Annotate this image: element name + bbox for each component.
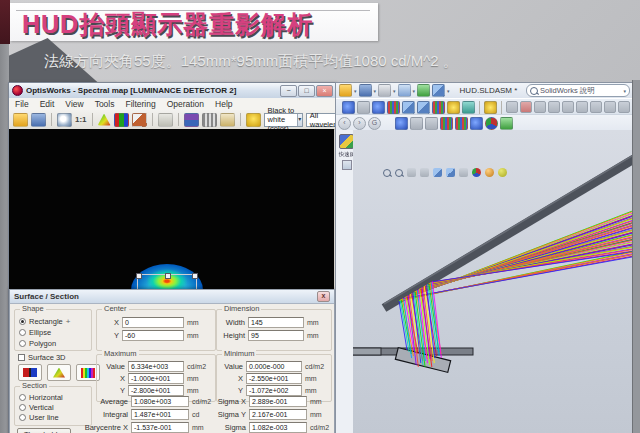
save-icon[interactable]	[31, 113, 46, 127]
assembly-features-icon[interactable]	[417, 101, 430, 114]
close-button[interactable]: ×	[316, 85, 333, 97]
luminance-map-viewport[interactable]	[9, 129, 334, 289]
detector-icon[interactable]	[470, 117, 483, 130]
measure-picker-icon[interactable]	[132, 113, 147, 127]
quick-keys-sub-icon[interactable]	[342, 160, 352, 170]
zoom-fit-icon[interactable]	[383, 169, 391, 177]
apply-scene-icon[interactable]	[485, 168, 494, 177]
false-color-button[interactable]	[18, 364, 42, 381]
shape-option-ellipse[interactable]: Ellipse	[19, 328, 88, 337]
shape-option-polygon[interactable]: Polygon	[19, 339, 88, 348]
print-icon[interactable]	[378, 84, 391, 97]
simulation-icon[interactable]	[440, 117, 453, 130]
insert-component-icon[interactable]	[342, 101, 355, 114]
minimize-button[interactable]: −	[280, 85, 297, 97]
previous-view-icon[interactable]	[407, 168, 416, 177]
view-orientation-icon[interactable]	[433, 168, 442, 177]
offset-icon[interactable]	[576, 101, 588, 113]
up-icon[interactable]: G	[368, 117, 381, 130]
relations-icon[interactable]	[534, 101, 546, 113]
selection-handle[interactable]	[165, 273, 171, 279]
section-view-icon[interactable]	[420, 168, 429, 177]
color-triangle-icon[interactable]	[98, 114, 111, 126]
open-icon[interactable]	[13, 113, 28, 127]
axis-icon[interactable]	[425, 117, 438, 130]
menu-help[interactable]: Help	[215, 99, 232, 109]
radio-icon[interactable]	[19, 329, 26, 336]
open-icon[interactable]	[339, 84, 352, 97]
linear-pattern-icon[interactable]	[604, 101, 616, 113]
trim-icon[interactable]	[548, 101, 560, 113]
save-icon[interactable]	[359, 84, 372, 97]
undo-icon[interactable]	[398, 84, 411, 97]
shape-option-rectangle[interactable]: Rectangle +	[19, 317, 88, 326]
help-icon[interactable]	[484, 101, 497, 114]
dialog-titlebar[interactable]: Surface / Section x	[10, 290, 334, 304]
mate-icon[interactable]	[372, 101, 385, 114]
sigma-y-field[interactable]: 2.167e-001	[249, 409, 307, 420]
checkbox-icon[interactable]	[18, 354, 25, 361]
dialog-close-button[interactable]: x	[317, 291, 330, 302]
smart-fasteners-icon[interactable]	[462, 101, 475, 114]
solidworks-3d-viewport[interactable]	[353, 130, 633, 433]
radio-icon[interactable]	[19, 340, 26, 347]
optis-menu-icon[interactable]	[455, 117, 468, 130]
min-y-field[interactable]: -1.072e+002	[246, 385, 302, 396]
bulb-icon[interactable]	[246, 113, 261, 127]
zoom-icon[interactable]	[57, 113, 72, 127]
average-field[interactable]: 1.080e+003	[131, 396, 189, 407]
mirror-icon[interactable]	[590, 101, 602, 113]
menu-filtering[interactable]: Filtering	[125, 99, 155, 109]
edit-component-icon[interactable]	[395, 117, 408, 130]
render-icon[interactable]	[485, 117, 498, 130]
colormap-select[interactable]: Black to white (color) ▾	[264, 113, 303, 127]
zoom-area-icon[interactable]	[395, 169, 403, 177]
edit-appearance-icon[interactable]	[472, 168, 481, 177]
integral-field[interactable]: 1.487e+001	[131, 409, 189, 420]
preview-icon[interactable]	[500, 117, 513, 130]
quick-keys-panel[interactable]: 快速鍵	[339, 134, 354, 170]
center-x-input[interactable]: 0	[122, 317, 184, 328]
move-shape-icon[interactable]: +	[66, 319, 71, 325]
max-x-field[interactable]: -1.000e+001	[128, 373, 184, 384]
interference-icon[interactable]	[432, 101, 445, 114]
quick-keys-icon[interactable]	[339, 134, 354, 149]
rebuild-icon[interactable]	[417, 84, 430, 97]
dimension-icon[interactable]	[520, 101, 532, 113]
menu-tools[interactable]: Tools	[95, 99, 115, 109]
min-x-field[interactable]: -2.550e+001	[246, 373, 302, 384]
hide-show-items-icon[interactable]	[459, 168, 468, 177]
center-y-input[interactable]: -60	[122, 330, 184, 341]
plane-icon[interactable]	[410, 117, 423, 130]
view-settings-icon[interactable]	[498, 168, 507, 177]
clipboard-icon[interactable]	[158, 113, 173, 127]
move-component-icon[interactable]	[357, 101, 370, 114]
radio-icon[interactable]	[19, 318, 26, 325]
layers-icon[interactable]	[184, 113, 199, 127]
display-delete-icon[interactable]	[618, 101, 630, 113]
options-icon[interactable]	[432, 84, 445, 97]
lightning-icon[interactable]	[447, 101, 460, 114]
width-input[interactable]: 145	[248, 317, 304, 328]
menu-operation[interactable]: Operation	[167, 99, 204, 109]
color-gamut-button[interactable]	[47, 364, 71, 381]
gamma-icon[interactable]	[220, 113, 235, 127]
optisworks-titlebar[interactable]: OptisWorks - Spectral map [LUMINANCE DET…	[9, 83, 336, 99]
pattern-icon[interactable]	[387, 101, 400, 114]
convert-icon[interactable]	[562, 101, 574, 113]
menu-file[interactable]: File	[15, 99, 29, 109]
max-value-field[interactable]: 6.334e+003	[128, 361, 184, 372]
exploded-view-icon[interactable]	[402, 101, 415, 114]
sigma-x-field[interactable]: 2.889e-001	[249, 396, 307, 407]
barycentre-x-field[interactable]: -1.537e-001	[131, 422, 189, 433]
selection-handle[interactable]	[136, 273, 142, 279]
solidworks-search-box[interactable]: SolidWorks 說明 ▾	[526, 84, 630, 97]
height-input[interactable]: 95	[248, 330, 304, 341]
surface3d-checkbox-row[interactable]: Surface 3D	[18, 353, 66, 362]
menu-edit[interactable]: Edit	[40, 99, 55, 109]
selection-handle[interactable]	[192, 273, 198, 279]
min-value-field[interactable]: 0.000e-000	[246, 361, 302, 372]
display-style-icon[interactable]	[446, 168, 455, 177]
back-icon[interactable]: ‹	[338, 117, 351, 130]
menu-view[interactable]: View	[65, 99, 83, 109]
